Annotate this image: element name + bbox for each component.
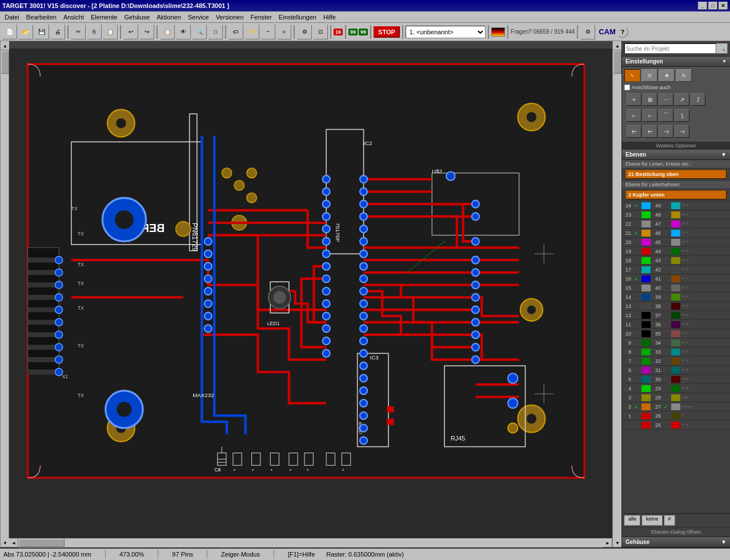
layer-color-9[interactable] xyxy=(641,285,651,291)
layer-color2-3[interactable] xyxy=(671,230,680,237)
scroll-down[interactable]: ▼ xyxy=(613,538,622,547)
new-button[interactable]: 📄 xyxy=(2,25,17,39)
add-tool[interactable]: + xyxy=(627,93,641,106)
tb-btn5[interactable]: 🏷 xyxy=(228,25,243,39)
tb-btn4[interactable]: □ xyxy=(208,25,223,39)
hash-button[interactable]: # xyxy=(664,515,675,526)
tb-btn2[interactable]: 👁 xyxy=(176,25,191,39)
search-button[interactable]: 🔍 xyxy=(716,43,728,54)
bend-tool[interactable]: ⌐ xyxy=(643,109,657,122)
layer-color-19[interactable] xyxy=(641,376,651,383)
menu-ansicht[interactable]: Ansicht xyxy=(60,13,87,22)
layer-color-20[interactable] xyxy=(641,385,651,392)
layer-color-18[interactable] xyxy=(641,367,651,374)
layer-color-7[interactable] xyxy=(641,266,651,273)
keine-button[interactable]: keine xyxy=(642,515,663,526)
layer-color2-8[interactable] xyxy=(671,275,680,282)
help-button[interactable]: ? xyxy=(617,26,628,38)
menu-service[interactable]: Service xyxy=(184,13,212,22)
layer-color2-22[interactable] xyxy=(671,403,680,410)
tb-btn10[interactable]: ⊡ xyxy=(313,25,328,39)
layer-color2-7[interactable] xyxy=(671,266,680,273)
end-tool[interactable]: ⊣ xyxy=(675,125,689,138)
tb-btn3[interactable]: 🔍 xyxy=(192,25,207,39)
scroll-down-left[interactable]: ▼ xyxy=(1,538,10,547)
layer-color-24[interactable] xyxy=(641,422,651,429)
layer-color2-19[interactable] xyxy=(671,376,680,383)
layer-color2-15[interactable] xyxy=(671,339,680,346)
tb-btn8[interactable]: ≈ xyxy=(276,25,291,39)
menu-datei[interactable]: Datei xyxy=(1,13,23,22)
menu-versionen[interactable]: Versionen xyxy=(212,13,247,22)
pcb-view[interactable]: PN61729 BERG 75176P IC2 U$2 xyxy=(9,41,612,547)
layer-color2-9[interactable] xyxy=(671,285,680,291)
scroll-thumb[interactable] xyxy=(613,51,621,74)
select-tool[interactable]: ⊡ xyxy=(641,69,657,82)
menu-bearbeiten[interactable]: Bearbeiten xyxy=(23,13,60,22)
move-tool[interactable]: ✥ xyxy=(659,69,675,82)
menu-aktionen[interactable]: Aktionen xyxy=(153,13,184,22)
layer-color2-21[interactable] xyxy=(671,394,680,401)
layer-color2-10[interactable] xyxy=(671,294,680,301)
undo-button[interactable]: ↩ xyxy=(123,25,138,39)
layer-color-23[interactable] xyxy=(641,413,651,419)
layer-color2-20[interactable] xyxy=(671,385,680,392)
layer-color2-13[interactable] xyxy=(671,321,680,328)
ebenen-header[interactable]: Ebenen ▼ xyxy=(622,150,730,160)
layer-color-16[interactable] xyxy=(641,349,651,355)
maximize-button[interactable]: □ xyxy=(708,2,717,10)
connect-tool[interactable]: ↗ xyxy=(675,93,689,106)
layer-color-8[interactable] xyxy=(641,275,651,282)
layer-color2-24[interactable] xyxy=(671,422,680,429)
netlist-dropdown[interactable]: 1. <unbenannt> xyxy=(406,26,486,38)
layer-color-4[interactable] xyxy=(641,239,651,246)
gehaeuse-header[interactable]: Gehäuse ▼ xyxy=(622,537,730,547)
layer-color-11[interactable] xyxy=(641,303,651,310)
layer-color2-12[interactable] xyxy=(671,312,680,319)
cut-button[interactable]: ✂ xyxy=(71,25,86,39)
layer-color-2[interactable] xyxy=(641,221,651,227)
pointer-tool[interactable]: ↖ xyxy=(624,69,640,82)
layer-color-3[interactable] xyxy=(641,230,651,237)
layer-check-0[interactable]: ✓ xyxy=(632,203,640,209)
h-scroll-thumb[interactable] xyxy=(19,539,65,547)
menu-einstellungen[interactable]: Einstellungen xyxy=(275,13,320,22)
layer-color-10[interactable] xyxy=(641,294,651,301)
tb-btn7[interactable]: ~ xyxy=(260,25,275,39)
menu-gehaeuse[interactable]: Gehäuse xyxy=(121,13,153,22)
layer-color2-14[interactable] xyxy=(671,330,680,337)
layer-color2-5[interactable] xyxy=(671,248,680,255)
ebenen-dialog-button[interactable]: Ebenen-Dialog öffnen xyxy=(622,527,730,536)
layer-check2-22[interactable]: ✓ xyxy=(662,404,670,410)
layer-color2-1[interactable] xyxy=(671,211,680,218)
layer-color-1[interactable] xyxy=(641,211,651,218)
scroll-right-h[interactable]: ► xyxy=(603,538,612,547)
tb-btn9[interactable]: ⚙ xyxy=(297,25,312,39)
layer-color2-11[interactable] xyxy=(671,303,680,310)
tb-btn6[interactable]: ⚡ xyxy=(244,25,259,39)
layer-color2-16[interactable] xyxy=(671,349,680,355)
layer-check-8[interactable]: ✓ xyxy=(632,276,640,282)
scroll-up-left[interactable]: ▲ xyxy=(1,41,10,50)
layer-color2-4[interactable] xyxy=(671,239,680,246)
tb-btn1[interactable]: 📋 xyxy=(160,25,175,39)
language-flag[interactable] xyxy=(491,27,505,37)
bestueckung-button[interactable]: 21 Bestückung oben xyxy=(625,170,727,179)
layer-check-22[interactable]: ✓ xyxy=(632,404,640,410)
layer-color-5[interactable] xyxy=(641,248,651,255)
kupfer-button[interactable]: 2 Kupfer unten xyxy=(625,190,727,199)
arc-tool[interactable]: ⌒ xyxy=(659,109,673,122)
settings-button[interactable]: ⚙ xyxy=(580,25,595,39)
save-button[interactable]: 💾 xyxy=(34,25,49,39)
step2-tool[interactable]: ⊢ xyxy=(643,125,657,138)
scroll-up[interactable]: ▲ xyxy=(613,41,622,50)
layer-color-0[interactable] xyxy=(641,202,651,209)
lasso-tool[interactable]: ⋯ xyxy=(659,93,673,106)
minimize-button[interactable]: _ xyxy=(698,2,707,10)
scroll-left-h[interactable]: ◄ xyxy=(9,538,18,547)
layer-color-13[interactable] xyxy=(641,321,651,328)
stop-button[interactable]: STOP xyxy=(374,26,400,38)
layer-color-17[interactable] xyxy=(641,358,651,365)
layer-check-3[interactable]: ✓ xyxy=(632,230,640,236)
menu-hilfe[interactable]: Hilfe xyxy=(320,13,339,22)
